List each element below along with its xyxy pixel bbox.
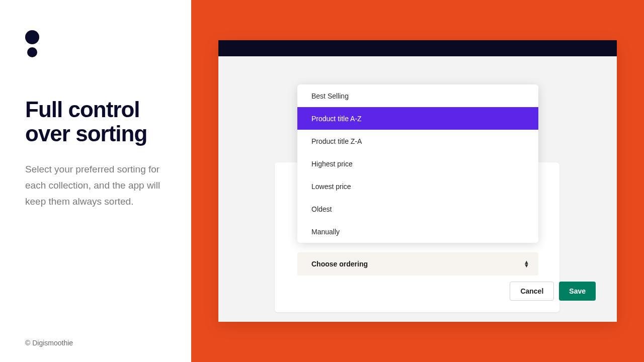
- footer-copyright: © Digismoothie: [25, 339, 73, 347]
- cancel-button[interactable]: Cancel: [510, 282, 554, 301]
- sorting-option[interactable]: Lowest price: [297, 175, 538, 198]
- sorting-option[interactable]: Best Selling: [297, 84, 538, 107]
- subtext: Select your preferred sorting for each c…: [25, 161, 166, 210]
- sorting-option[interactable]: Product title A-Z: [297, 107, 538, 130]
- sorting-dropdown[interactable]: Best SellingProduct title A-ZProduct tit…: [297, 84, 538, 243]
- sorting-option[interactable]: Manually: [297, 220, 538, 243]
- ordering-select-label: Choose ordering: [311, 260, 368, 268]
- headline: Full control over sorting: [25, 98, 166, 146]
- logo: [25, 30, 166, 57]
- select-chevrons-icon: ▲▼: [524, 260, 529, 267]
- window-titlebar: [218, 40, 617, 56]
- stage: Choose ordering ▲▼ Cancel Save Best Sell…: [191, 0, 644, 362]
- sorting-option[interactable]: Oldest: [297, 198, 538, 220]
- app-window: Choose ordering ▲▼ Cancel Save Best Sell…: [218, 40, 617, 322]
- button-row: Cancel Save: [510, 282, 596, 301]
- info-panel: Full control over sorting Select your pr…: [0, 0, 191, 362]
- save-button[interactable]: Save: [559, 282, 596, 301]
- logo-dot-large: [25, 30, 39, 44]
- logo-dot-small: [27, 47, 37, 57]
- sorting-option[interactable]: Product title Z-A: [297, 130, 538, 152]
- ordering-select[interactable]: Choose ordering ▲▼: [297, 252, 538, 276]
- sorting-option[interactable]: Highest price: [297, 152, 538, 175]
